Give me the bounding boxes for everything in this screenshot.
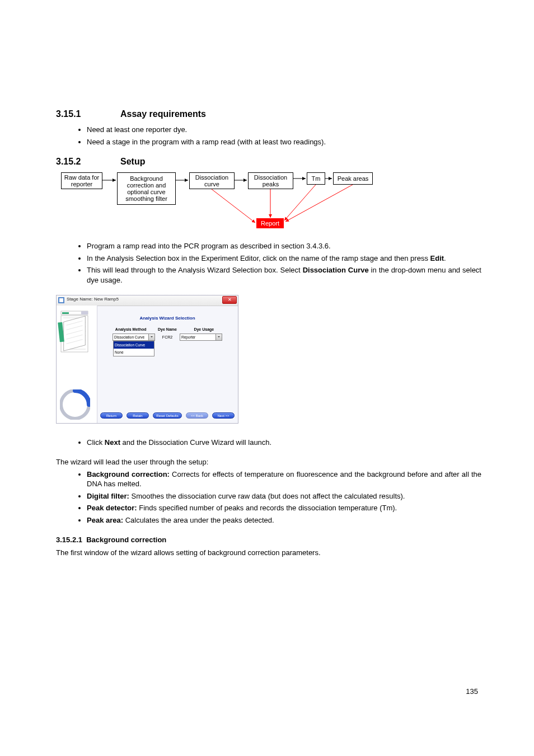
wizard-header: Analysis Wizard Selection [97, 316, 238, 321]
analysis-wizard-dialog: Stage Name: New Ramp5 ✕ [56, 295, 238, 424]
flow-box-background-correction: Background correction and optional curve… [117, 172, 176, 205]
dropdown-option[interactable]: None [114, 349, 154, 356]
chevron-down-icon [148, 334, 154, 340]
list-item: Program a ramp read into the PCR program… [87, 241, 481, 251]
heading-background-correction: 3.15.2.1 Background correction [56, 536, 481, 544]
heading-setup: 3.15.2Setup [56, 157, 481, 167]
wizard-steps-list: Background correction: Corrects for effe… [56, 469, 481, 525]
background-correction-paragraph: The first window of the wizard allows se… [56, 548, 481, 557]
dye-usage-value: Reporter [181, 335, 195, 339]
post-wizard-list: Click Next and the Dissociation Curve Wi… [56, 438, 481, 448]
flow-box-dissociation-curve: Dissociation curve [189, 172, 235, 189]
flow-box-dissociation-peaks: Dissociation peaks [248, 172, 293, 189]
window-title: Stage Name: New Ramp5 [67, 297, 119, 302]
svg-point-31 [69, 399, 81, 410]
svg-rect-10 [59, 298, 63, 302]
dye-name-value: FCR2 [162, 335, 172, 339]
sidebar-illustration [57, 306, 97, 389]
next-button[interactable]: Next >> [212, 412, 235, 419]
app-icon [58, 297, 64, 303]
back-button[interactable]: << Back [186, 412, 208, 419]
chevron-down-icon [216, 334, 222, 340]
column-header-dye-name: Dye Name [149, 327, 185, 331]
list-item: This will lead through to the Analysis W… [87, 265, 481, 285]
heading-assay-requirements: 3.15.1Assay requirements [56, 109, 481, 119]
titlebar: Stage Name: New Ramp5 ✕ [57, 295, 238, 306]
list-item: Need a stage in the program with a ramp … [87, 137, 481, 147]
svg-rect-12 [62, 312, 69, 314]
list-item: Click Next and the Dissociation Curve Wi… [87, 438, 481, 448]
analysis-method-options: Dissociation Curve None [113, 341, 154, 356]
dye-usage-dropdown[interactable]: Reporter [180, 334, 222, 341]
svg-line-7 [284, 185, 316, 220]
list-item: Background correction: Corrects for effe… [87, 469, 481, 489]
subsection-number: 3.15.2.1 [56, 536, 82, 544]
list-item: Digital filter: Smoothes the dissociatio… [87, 491, 481, 501]
section-title: Assay requirements [120, 109, 206, 119]
svg-line-8 [285, 185, 353, 222]
svg-rect-23 [64, 316, 86, 351]
section-title: Setup [120, 157, 145, 166]
list-item: Peak area: Calculates the area under the… [87, 515, 481, 525]
dropdown-option[interactable]: Dissociation Curve [114, 341, 154, 349]
setup-steps-list: Program a ramp read into the PCR program… [56, 241, 481, 285]
section-number: 3.15.2 [56, 157, 120, 167]
column-header-method: Analysis Method [113, 327, 149, 331]
analysis-method-dropdown[interactable]: Dissociation Curve Dissociation Curve No… [113, 334, 155, 341]
page-number: 135 [466, 687, 478, 696]
section-number: 3.15.1 [56, 109, 120, 119]
retain-button[interactable]: Retain [127, 412, 149, 419]
reset-defaults-button[interactable]: Reset Defaults [153, 412, 182, 419]
flow-diagram: Raw data for reporter Background correct… [56, 172, 481, 237]
list-item: Need at least one reporter dye. [87, 125, 481, 135]
flow-box-peak-areas: Peak areas [333, 172, 373, 185]
svg-rect-13 [81, 311, 88, 314]
assay-requirements-list: Need at least one reporter dye. Need a s… [56, 125, 481, 147]
svg-line-5 [212, 189, 255, 223]
subsection-title: Background correction [86, 536, 166, 544]
flow-box-report: Report [256, 218, 284, 228]
flow-box-raw-data: Raw data for reporter [61, 172, 102, 189]
flow-box-tm: Tm [307, 172, 325, 185]
close-button[interactable]: ✕ [222, 296, 237, 304]
analysis-method-value: Dissociation Curve [114, 335, 144, 339]
column-header-dye-usage: Dye Usage [186, 327, 222, 331]
wizard-sidebar [57, 306, 97, 423]
swirl-icon [60, 389, 90, 420]
list-item: Peak detector: Finds specified number of… [87, 503, 481, 513]
return-button[interactable]: Return [100, 412, 123, 419]
list-item: In the Analysis Selection box in the Exp… [87, 253, 481, 264]
wizard-lead-paragraph: The wizard will lead the user through th… [56, 458, 481, 466]
